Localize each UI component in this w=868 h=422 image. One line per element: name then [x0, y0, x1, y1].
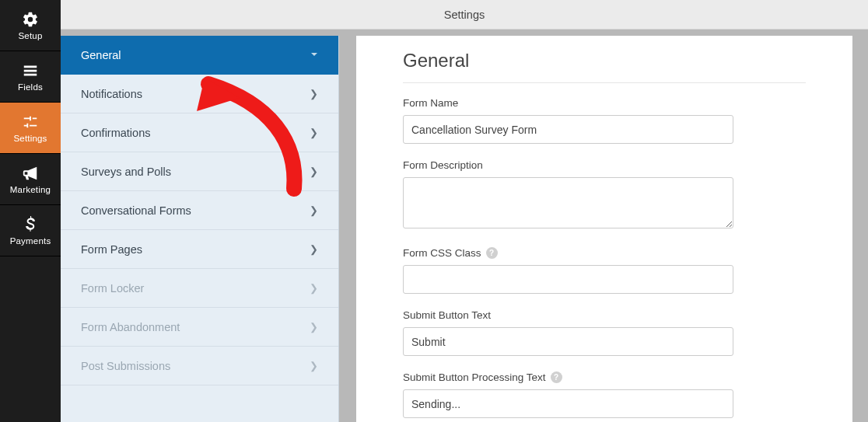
label-form-desc: Form Description [403, 159, 806, 171]
body-row: General Notifications ❯ Confirmations ❯ … [61, 30, 868, 422]
rail-item-settings[interactable]: Settings [0, 103, 61, 154]
side-item-label: General [81, 49, 121, 61]
chevron-right-icon: ❯ [310, 321, 318, 333]
chevron-right-icon: ❯ [310, 360, 318, 371]
label-text: Submit Button Processing Text [403, 371, 546, 383]
side-item-form-locker[interactable]: Form Locker ❯ [61, 269, 338, 308]
field-form-name: Form Name [403, 97, 806, 144]
field-submit-text: Submit Button Text [403, 309, 806, 356]
side-item-confirmations[interactable]: Confirmations ❯ [61, 113, 338, 152]
input-form-css[interactable] [403, 265, 733, 294]
side-item-notifications[interactable]: Notifications ❯ [61, 75, 338, 113]
rail-label-fields: Fields [18, 82, 43, 92]
rail-label-setup: Setup [18, 31, 42, 40]
chevron-right-icon: ❯ [310, 282, 318, 294]
side-item-label: Surveys and Polls [81, 166, 171, 178]
side-item-general[interactable]: General [61, 36, 338, 75]
content-panel: General Form Name Form Description Form … [356, 36, 852, 422]
side-item-form-abandonment[interactable]: Form Abandonment ❯ [61, 308, 338, 347]
label-text: Form CSS Class [403, 247, 481, 259]
side-item-surveys[interactable]: Surveys and Polls ❯ [61, 152, 338, 191]
stage-wrap: Settings General Notifications ❯ Confirm… [61, 0, 868, 422]
chevron-down-icon [310, 49, 318, 61]
page-header: Settings [61, 0, 868, 30]
field-form-css: Form CSS Class ? [403, 247, 806, 294]
chevron-right-icon: ❯ [310, 166, 318, 177]
rail-item-setup[interactable]: Setup [0, 0, 61, 51]
side-item-label: Conversational Forms [81, 204, 191, 217]
field-form-desc: Form Description [403, 159, 806, 232]
label-form-name: Form Name [403, 97, 806, 109]
chevron-right-icon: ❯ [310, 204, 318, 216]
input-submit-text[interactable] [403, 327, 733, 356]
chevron-right-icon: ❯ [310, 127, 318, 138]
side-item-label: Notifications [81, 88, 142, 100]
side-item-label: Form Pages [81, 243, 142, 256]
content-heading: General [403, 50, 806, 83]
rail-label-settings: Settings [13, 134, 47, 143]
side-item-label: Form Abandonment [81, 321, 180, 333]
side-item-label: Post Submissions [81, 360, 170, 372]
gear-icon [22, 11, 39, 28]
input-submit-proc[interactable] [403, 389, 733, 418]
label-form-css: Form CSS Class ? [403, 247, 806, 259]
label-submit-proc: Submit Button Processing Text ? [403, 371, 806, 383]
page-title: Settings [444, 9, 485, 21]
input-form-desc[interactable] [403, 177, 733, 228]
side-item-post-submissions[interactable]: Post Submissions ❯ [61, 347, 338, 385]
side-item-label: Form Locker [81, 282, 144, 295]
chevron-right-icon: ❯ [310, 243, 318, 255]
dollar-icon [24, 216, 37, 233]
side-item-conversational[interactable]: Conversational Forms ❯ [61, 191, 338, 230]
settings-side-panel: General Notifications ❯ Confirmations ❯ … [61, 36, 339, 422]
list-icon [22, 62, 39, 79]
help-icon[interactable]: ? [486, 247, 498, 259]
rail-item-fields[interactable]: Fields [0, 51, 61, 103]
side-item-label: Confirmations [81, 127, 150, 139]
rail-label-payments: Payments [10, 236, 51, 246]
side-item-form-pages[interactable]: Form Pages ❯ [61, 230, 338, 269]
field-submit-proc: Submit Button Processing Text ? [403, 371, 806, 418]
content-outer: General Form Name Form Description Form … [339, 30, 868, 422]
label-submit-text: Submit Button Text [403, 309, 806, 321]
left-rail: Setup Fields Settings Marketing Payments [0, 0, 61, 422]
rail-item-payments[interactable]: Payments [0, 205, 61, 256]
help-icon[interactable]: ? [551, 371, 562, 383]
app-root: Setup Fields Settings Marketing Payments… [0, 0, 868, 422]
megaphone-icon [22, 165, 39, 182]
input-form-name[interactable] [403, 115, 733, 144]
chevron-right-icon: ❯ [310, 88, 318, 99]
rail-item-marketing[interactable]: Marketing [0, 154, 61, 205]
rail-label-marketing: Marketing [10, 185, 51, 194]
sliders-icon [22, 113, 39, 131]
